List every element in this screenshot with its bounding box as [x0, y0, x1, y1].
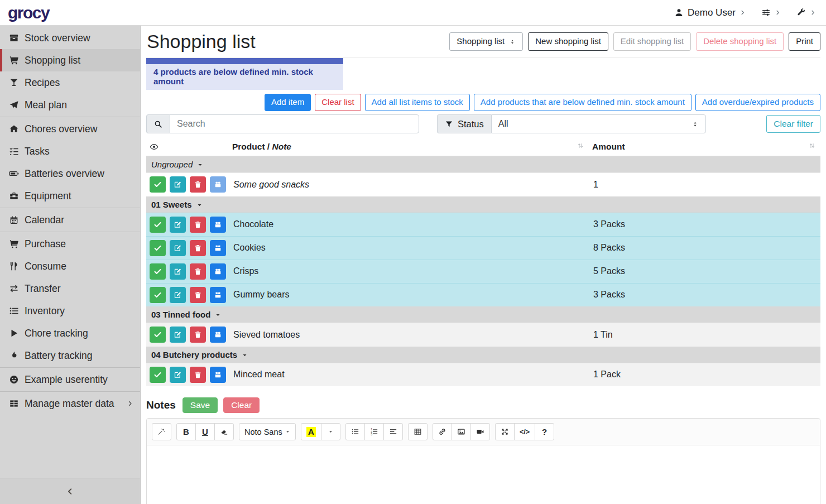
sidebar-item-meal-plan[interactable]: Meal plan — [0, 94, 140, 116]
edit-item-button[interactable] — [170, 240, 186, 256]
group-header-row-04-butchery-products[interactable]: 04 Butchery products — [146, 347, 820, 363]
item-amount: 5 Packs — [589, 260, 820, 283]
video-button[interactable] — [470, 423, 490, 440]
add-all-items-to-stock-button[interactable]: Add all list items to stock — [365, 94, 470, 111]
fullscreen-button[interactable] — [495, 423, 515, 440]
sidebar-item-transfer[interactable]: Transfer — [0, 277, 140, 300]
delete-item-button[interactable] — [190, 240, 206, 256]
sidebar-item-shopping-list[interactable]: Shopping list — [0, 49, 140, 71]
edit-item-button[interactable] — [170, 287, 186, 303]
add-item-button[interactable]: Add item — [265, 94, 311, 111]
check-icon — [153, 371, 162, 379]
sidebar-item-tasks[interactable]: Tasks — [0, 140, 140, 162]
group-header-row-03-tinned-food[interactable]: 03 Tinned food — [146, 306, 820, 323]
notes-clear-button[interactable]: Clear — [223, 397, 260, 413]
edit-item-button[interactable] — [170, 176, 186, 193]
link-button[interactable] — [433, 423, 452, 440]
ordered-list-button[interactable]: 123 — [364, 423, 384, 440]
mark-done-button[interactable] — [150, 367, 166, 383]
edit-shopping-list-button[interactable]: Edit shopping list — [613, 32, 691, 51]
settings-menu[interactable] — [761, 8, 781, 17]
add-to-stock-button[interactable] — [210, 263, 226, 280]
edit-item-button[interactable] — [170, 327, 186, 343]
bold-button[interactable]: B — [176, 423, 196, 440]
add-to-stock-button[interactable] — [210, 367, 226, 383]
clear-format-button[interactable] — [214, 423, 234, 440]
delete-item-button[interactable] — [190, 217, 206, 233]
sidebar-item-calendar[interactable]: Calendar — [0, 209, 140, 231]
admin-menu[interactable] — [796, 8, 816, 17]
clear-list-button[interactable]: Clear list — [315, 94, 361, 111]
unordered-list-button[interactable] — [345, 423, 365, 440]
delete-item-button[interactable] — [190, 287, 206, 303]
delete-item-button[interactable] — [190, 327, 206, 343]
mark-done-button[interactable] — [150, 240, 166, 256]
trash-icon — [194, 180, 202, 189]
add-to-stock-button[interactable] — [210, 240, 226, 256]
sidebar-item-batteries-overview[interactable]: Batteries overview — [0, 162, 140, 185]
add-to-stock-button[interactable] — [210, 287, 226, 303]
add-to-stock-button[interactable] — [210, 327, 226, 343]
style-button[interactable] — [152, 423, 171, 440]
status-filter-select[interactable]: All — [491, 114, 706, 133]
mark-done-button[interactable] — [150, 263, 166, 280]
flame-icon — [8, 351, 20, 361]
group-header-row-ungrouped[interactable]: Ungrouped — [146, 156, 820, 173]
new-shopping-list-button[interactable]: New shopping list — [528, 32, 608, 51]
sidebar-item-equipment[interactable]: Equipment — [0, 185, 140, 207]
sidebar-item-label: Example userentity — [25, 374, 108, 386]
help-button[interactable]: ? — [535, 423, 554, 440]
sidebar-item-chore-tracking[interactable]: Chore tracking — [0, 322, 140, 344]
product-column-header[interactable]: Product / Note — [229, 138, 589, 156]
sidebar-item-consume[interactable]: Consume — [0, 255, 140, 277]
codeview-button[interactable]: </> — [514, 423, 535, 440]
amount-column-header[interactable]: Amount — [589, 138, 820, 156]
user-menu[interactable]: Demo User — [674, 7, 746, 18]
toolbar-button-label: U — [202, 427, 208, 436]
delete-item-button[interactable] — [190, 263, 206, 280]
paragraph-button[interactable] — [383, 423, 403, 440]
sidebar-divider — [0, 232, 140, 232]
add-below-min-stock-button[interactable]: Add products that are below defined min.… — [474, 94, 691, 111]
sidebar-item-recipes[interactable]: Recipes — [0, 71, 140, 94]
edit-item-button[interactable] — [170, 263, 186, 280]
group-header-row-01-sweets[interactable]: 01 Sweets — [146, 196, 820, 213]
edit-item-button[interactable] — [170, 217, 186, 233]
app-logo[interactable]: grocy — [8, 4, 49, 21]
print-button[interactable]: Print — [789, 32, 820, 51]
notes-editor-area[interactable] — [147, 445, 820, 504]
mark-done-button[interactable] — [150, 217, 166, 233]
add-overdue-expired-button[interactable]: Add overdue/expired products — [695, 94, 820, 111]
clear-filter-button[interactable]: Clear filter — [766, 115, 820, 132]
sidebar-item-battery-tracking[interactable]: Battery tracking — [0, 344, 140, 367]
font-color-button[interactable]: A — [301, 423, 321, 440]
notes-save-button[interactable]: Save — [183, 397, 218, 413]
mark-done-button[interactable] — [150, 327, 166, 343]
underline-button[interactable]: U — [195, 423, 215, 440]
edit-item-button[interactable] — [170, 367, 186, 383]
sidebar-collapse-toggle[interactable] — [0, 478, 140, 504]
add-to-stock-button[interactable] — [210, 217, 226, 233]
font-family-button[interactable]: Noto Sans — [239, 423, 296, 440]
add-to-stock-button[interactable] — [210, 176, 226, 193]
delete-item-button[interactable] — [190, 367, 206, 383]
picture-button[interactable] — [452, 423, 471, 440]
table-button[interactable] — [408, 423, 428, 440]
mark-done-button[interactable] — [150, 287, 166, 303]
sidebar-item-manage-master-data[interactable]: Manage master data — [0, 392, 140, 415]
sidebar-item-inventory[interactable]: Inventory — [0, 300, 140, 322]
sidebar-item-purchase[interactable]: Purchase — [0, 233, 140, 255]
font-color-caret-button[interactable] — [321, 423, 340, 440]
edit-icon — [174, 244, 182, 252]
sidebar-item-example-userentity[interactable]: Example userentity — [0, 368, 140, 391]
mark-done-button[interactable] — [150, 176, 166, 193]
delete-item-button[interactable] — [190, 176, 206, 193]
sidebar-item-chores-overview[interactable]: Chores overview — [0, 118, 140, 140]
shopping-list-select[interactable]: Shopping list — [449, 32, 523, 51]
sidebar-item-stock-overview[interactable]: Stock overview — [0, 27, 140, 49]
delete-shopping-list-button[interactable]: Delete shopping list — [696, 32, 784, 51]
cocktail-icon — [8, 78, 20, 88]
notes-editor: BUNoto SansA123</>? — [146, 418, 820, 504]
search-input[interactable] — [170, 114, 419, 133]
picture-icon — [457, 428, 465, 436]
